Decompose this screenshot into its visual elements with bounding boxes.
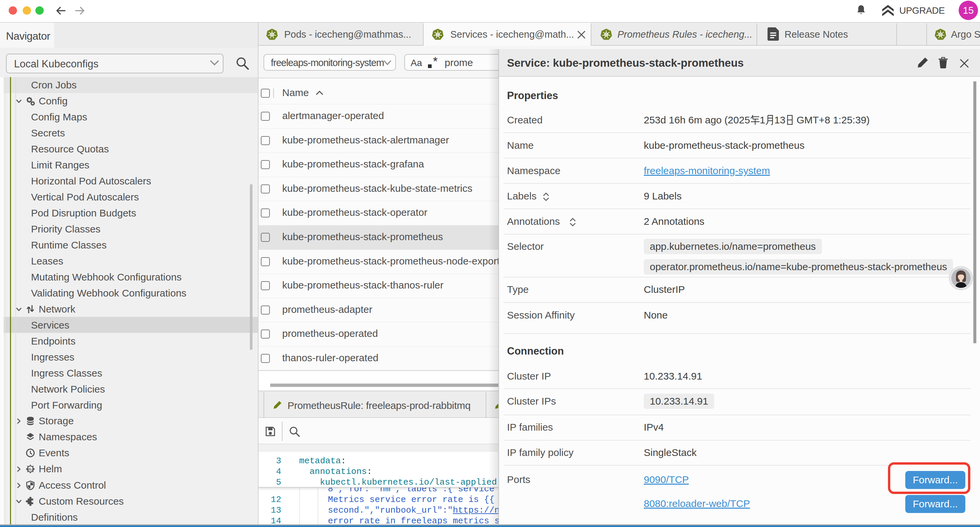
- svg-text:HELM: HELM: [26, 468, 34, 471]
